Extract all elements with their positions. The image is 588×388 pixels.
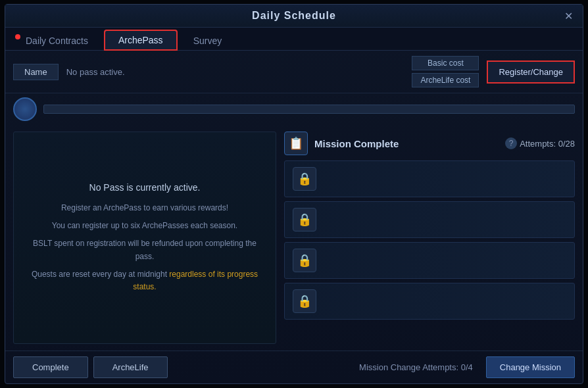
attempts-text: Attempts: 0/28 [520,139,575,149]
register-change-button[interactable]: Register/Change [487,61,575,84]
tab-bar: Daily Contracts ArchePass Survey [5,28,583,51]
dialog-overlay: Daily Schedule ✕ Daily Contracts ArchePa… [0,0,588,388]
sub-msg-3: BSLT spent on registration will be refun… [27,237,262,262]
right-panel: 📋 Mission Complete ? Attempts: 0/28 🔒 🔒 [276,132,575,344]
sub-msg-2: You can register up to six ArchePasses e… [52,220,237,232]
daily-schedule-dialog: Daily Schedule ✕ Daily Contracts ArchePa… [5,4,583,384]
mission-slot-3: 🔒 [284,242,575,279]
mission-title: Mission Complete [314,138,399,149]
progress-bar [43,105,575,114]
change-mission-button[interactable]: Change Mission [486,356,575,378]
mission-icon: 📋 [284,132,308,155]
tab-archepass[interactable]: ArchePass [105,30,177,50]
footer: Complete ArcheLife Mission Change Attemp… [5,351,583,383]
mission-slot-2: 🔒 [284,201,575,238]
lock-icon-4: 🔒 [293,289,316,313]
sub-msg-4: Quests are reset every day at midnight r… [27,268,262,293]
sub-msg-1: Register an ArchePass to earn various re… [61,202,228,214]
basic-cost-label: Basic cost [412,56,479,70]
tab-daily-contracts[interactable]: Daily Contracts [12,31,102,50]
complete-button[interactable]: Complete [13,356,88,378]
left-panel: No Pass is currently active. Register an… [13,132,276,344]
mission-slot-4: 🔒 [284,283,575,320]
lock-icon-1: 🔒 [293,167,316,191]
avatar [13,97,37,121]
mission-slots: 🔒 🔒 🔒 🔒 [284,160,575,344]
main-content: No Pass is currently active. Register an… [5,125,583,351]
title-bar: Daily Schedule ✕ [5,5,583,28]
archelife-cost-label: ArcheLife cost [412,73,479,87]
lock-icon-2: 🔒 [293,208,316,231]
name-label: Name [13,64,59,80]
pass-header: Name No pass active. Basic cost ArcheLif… [5,51,583,93]
lock-icon-3: 🔒 [293,249,316,272]
mission-header: 📋 Mission Complete ? Attempts: 0/28 [284,132,575,155]
cost-group: Basic cost ArcheLife cost [412,56,479,87]
no-pass-text: No pass active. [66,67,404,77]
tab-survey[interactable]: Survey [180,31,236,50]
no-pass-main-msg: No Pass is currently active. [89,182,201,193]
help-icon[interactable]: ? [505,137,517,149]
archelife-button[interactable]: ArcheLife [93,356,168,378]
progress-row [5,93,583,125]
change-attempts-text: Mission Change Attempts: 0/4 [359,362,473,372]
close-button[interactable]: ✕ [562,9,575,22]
mission-slot-1: 🔒 [284,160,575,197]
attempts-badge: ? Attempts: 0/28 [505,137,575,149]
dialog-title: Daily Schedule [252,10,336,22]
